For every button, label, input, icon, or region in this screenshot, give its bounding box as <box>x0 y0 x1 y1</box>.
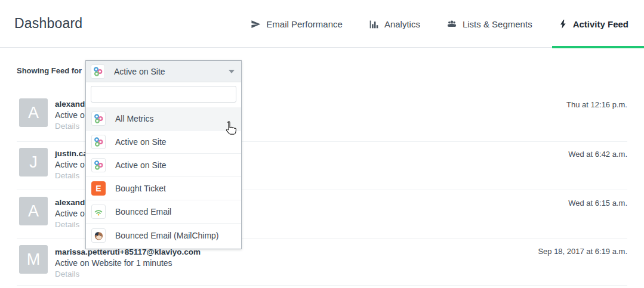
active-tab-underline <box>552 46 644 48</box>
klaviyo-metric-icon <box>91 112 106 126</box>
option-all-metrics[interactable]: All Metrics <box>86 107 241 131</box>
paper-plane-icon <box>251 19 261 29</box>
feed-row: M marissa.petteruti+85117@klaviyo.com Ac… <box>0 245 644 287</box>
option-label: Active on Site <box>115 137 167 147</box>
avatar: A <box>19 197 48 225</box>
avatar: M <box>19 245 48 274</box>
page-title: Dashboard <box>14 16 82 32</box>
tab-lists-segments[interactable]: Lists & Segments <box>446 18 532 29</box>
metric-search-input[interactable] <box>91 86 236 103</box>
tab-label: Email Performance <box>266 19 343 29</box>
details-link[interactable]: Details <box>55 122 79 131</box>
option-label: Bought Ticket <box>115 184 166 193</box>
option-bought-ticket[interactable]: E Bought Ticket <box>86 177 241 200</box>
activity-text: Active o <box>55 160 85 169</box>
klaviyo-metric-icon <box>91 135 106 149</box>
chevron-down-icon <box>229 70 235 73</box>
dropdown-option-list: All Metrics Active on Site Active on Sit… <box>86 107 241 247</box>
mailchimp-icon <box>91 228 106 243</box>
tab-activity-feed[interactable]: Activity Feed <box>559 19 628 29</box>
avatar: A <box>19 98 48 127</box>
bar-chart-icon <box>369 19 379 29</box>
timestamp: Wed at 6:42 a.m. <box>568 150 627 159</box>
tab-label: Analytics <box>384 19 420 29</box>
dropdown-selected-value[interactable]: Active on Site <box>86 61 241 82</box>
details-link[interactable]: Details <box>55 270 79 278</box>
people-icon <box>446 18 457 29</box>
details-link[interactable]: Details <box>55 220 79 229</box>
option-bounced-email-mailchimp[interactable]: Bounced Email (MailChimp) <box>86 224 241 247</box>
option-bounced-email[interactable]: Bounced Email <box>86 200 241 224</box>
details-link[interactable]: Details <box>55 171 79 180</box>
activity-text: Active o <box>55 110 85 120</box>
lightning-icon <box>559 19 568 29</box>
activity-text: Active on Website for 1 minutes <box>55 258 172 268</box>
klaviyo-metric-icon <box>91 64 105 79</box>
option-active-on-site[interactable]: Active on Site <box>86 131 241 154</box>
option-label: Active on Site <box>115 160 167 170</box>
tab-analytics[interactable]: Analytics <box>369 19 420 29</box>
tab-label: Lists & Segments <box>463 19 532 29</box>
profile-name: justin.ca <box>55 149 88 158</box>
row-divider <box>17 285 627 286</box>
timestamp: Wed at 6:15 a.m. <box>568 199 627 208</box>
profile-name: alexandr <box>55 198 88 207</box>
klaviyo-metric-icon <box>91 158 106 172</box>
mouse-cursor-icon <box>222 120 238 141</box>
activity-text: Active o <box>55 209 85 218</box>
option-label: All Metrics <box>115 114 154 123</box>
tab-email-performance[interactable]: Email Performance <box>251 19 343 29</box>
option-label: Bounced Email (MailChimp) <box>115 231 219 240</box>
option-active-on-site-2[interactable]: Active on Site <box>86 154 241 177</box>
option-label: Bounced Email <box>115 207 171 216</box>
signal-arcs-icon <box>91 205 106 219</box>
avatar: J <box>19 148 48 176</box>
showing-feed-for-label: Showing Feed for <box>17 66 82 75</box>
tab-label: Activity Feed <box>573 19 628 29</box>
top-nav: Email Performance Analytics Lists & Segm… <box>251 0 628 48</box>
profile-name: alexandr <box>55 100 88 109</box>
timestamp: Sep 18, 2017 at 6:19 a.m. <box>538 247 627 256</box>
metric-filter-dropdown: Active on Site All Metrics Active on Sit… <box>85 60 242 249</box>
page-header: Dashboard Email Performance Analytics Li… <box>0 0 644 48</box>
timestamp: Thu at 12:16 p.m. <box>566 100 627 109</box>
selected-metric-label: Active on Site <box>114 67 165 76</box>
eventbrite-icon: E <box>91 181 106 196</box>
